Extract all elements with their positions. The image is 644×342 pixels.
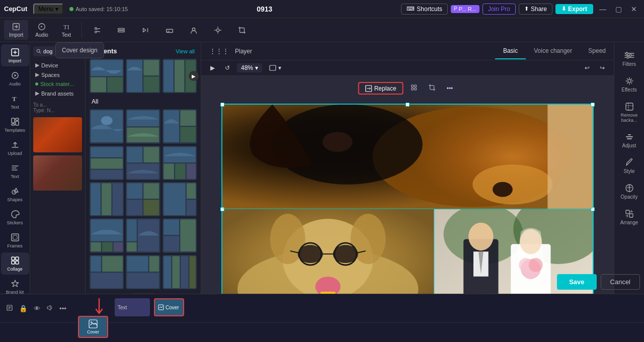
menu-dots-button[interactable]: ⋮⋮⋮ [207,45,231,57]
svg-rect-147 [626,210,629,214]
svg-rect-75 [91,242,101,251]
tool-t5[interactable] [110,24,132,37]
tool-import[interactable]: Import [4,20,28,40]
right-tool-adjust[interactable]: Adjust [615,128,643,152]
collage-thumb-recent-2[interactable] [126,59,160,93]
tool-t10[interactable] [231,24,253,37]
layout-7[interactable] [90,182,124,216]
tool-t4[interactable] [86,24,108,37]
track-cover[interactable]: Cover [154,298,184,316]
layout-8[interactable] [126,182,160,216]
handle-tr[interactable] [591,103,595,107]
layout-11[interactable] [126,218,160,252]
layout-6[interactable] [163,146,197,180]
view-all-link[interactable]: View all [176,48,195,54]
timeline-btn-1[interactable] [4,303,15,314]
play-button[interactable]: ▶ [207,63,218,72]
handle-tl[interactable] [220,103,224,107]
sidebar-item-text2[interactable]: Text [1,160,29,182]
sidebar-item-collage[interactable]: Collage [1,252,29,275]
layout-10[interactable] [90,218,124,252]
tool-t6[interactable] [134,24,156,37]
layout-3[interactable] [163,109,197,143]
more-options-button[interactable]: ••• [443,82,457,95]
sidebar-item-stickers[interactable]: Stickers [1,206,29,228]
cancel-button[interactable]: Cancel [601,274,640,290]
tab-basic[interactable]: Basic [495,43,526,59]
nav-brand-assets[interactable]: ▶ Brand assets [33,89,82,98]
layout-5[interactable] [126,146,160,180]
undo-rotate-button[interactable]: ↺ [222,63,233,72]
sidebar-item-import[interactable]: Import [1,44,29,66]
shortcuts-button[interactable]: ⌨ Shortcuts [401,4,448,15]
svg-text:TI: TI [63,24,69,31]
right-tool-style[interactable]: Style [615,153,643,178]
tool-t7[interactable] [158,24,181,37]
tab-voice-changer[interactable]: Voice changer [526,43,580,59]
sidebar-item-shapes[interactable]: Shapes [1,183,29,205]
tab-speed[interactable]: Speed [580,43,614,59]
export-button[interactable]: ⬇ Export [555,4,593,14]
text-icon: TI [62,22,71,31]
sidebar-item-text[interactable]: T Text [1,91,29,113]
layout-14[interactable] [126,255,160,289]
volume-icon [46,304,53,311]
active-dot [35,82,38,86]
tool-audio[interactable]: Audio [30,20,53,40]
collage-scroll-right[interactable]: ▶ [189,71,199,81]
timeline-btn-more[interactable]: ••• [57,304,68,313]
tool-t8[interactable] [183,24,205,37]
timeline-btn-lock[interactable]: 🔒 [17,304,30,313]
svg-rect-20 [12,257,15,260]
close-button[interactable]: ✕ [628,4,640,14]
minimize-button[interactable]: — [596,4,609,14]
layout-svg-12 [163,218,197,252]
collage-thumb-recent-1[interactable] [90,59,124,93]
right-tool-effects[interactable]: Effects [615,72,643,97]
sidebar-item-frames[interactable]: Frames [1,229,29,251]
svg-point-8 [192,28,195,30]
layout-9[interactable] [163,182,197,216]
svg-rect-97 [181,256,188,288]
timeline-btn-eye[interactable]: 👁 [32,304,42,313]
undo-button[interactable]: ↩ [582,63,593,72]
svg-rect-71 [186,183,195,199]
layout-15[interactable] [163,255,197,289]
tool-text[interactable]: TI Text [55,20,77,40]
sidebar-item-upload[interactable]: Upload [1,137,29,159]
timeline-tracks: Text Cover [74,296,640,320]
sidebar-item-audio[interactable]: Audio [1,67,29,90]
svg-rect-113 [547,105,593,209]
save-button[interactable]: Save [557,274,596,290]
zoom-selector[interactable]: 48% ▾ [237,63,262,72]
transform-button[interactable] [407,82,422,95]
right-tool-remove-bg[interactable]: Remove backa... [615,98,643,127]
share-button[interactable]: ⬆ Share [519,4,552,15]
nav-stock[interactable]: Stock mater... [33,79,82,89]
handle-tm[interactable] [406,103,410,107]
save-cancel-bar: Save Cancel [557,274,640,290]
svg-point-109 [323,132,353,152]
tool-t9[interactable] [207,24,229,37]
nav-spaces[interactable]: ▶ Spaces [33,70,82,79]
svg-rect-15 [16,121,19,125]
nav-device[interactable]: ▶ Device [33,60,82,70]
track-text[interactable]: Text [115,298,150,316]
maximize-button[interactable]: ▢ [612,4,625,14]
layout-12[interactable] [163,218,197,252]
menu-button[interactable]: Menu ▾ [33,4,63,15]
layout-2[interactable] [126,109,160,143]
redo-button[interactable]: ↪ [597,63,608,72]
sidebar-item-templates[interactable]: Templates [1,114,29,136]
right-tool-filters[interactable]: Filters [615,46,643,71]
crop-overlay-button[interactable] [425,82,440,95]
layout-1[interactable] [90,109,124,143]
replace-button[interactable]: Replace [358,82,404,95]
right-tool-opacity[interactable]: Opacity [615,179,643,204]
aspect-ratio-button[interactable]: ▾ [266,63,284,72]
layout-4[interactable] [90,146,124,180]
timeline-btn-vol[interactable] [44,303,55,314]
join-pro-button[interactable]: Join Pro [482,4,516,15]
layout-13[interactable] [90,255,124,289]
right-tool-arrange[interactable]: Arrange [615,205,643,229]
